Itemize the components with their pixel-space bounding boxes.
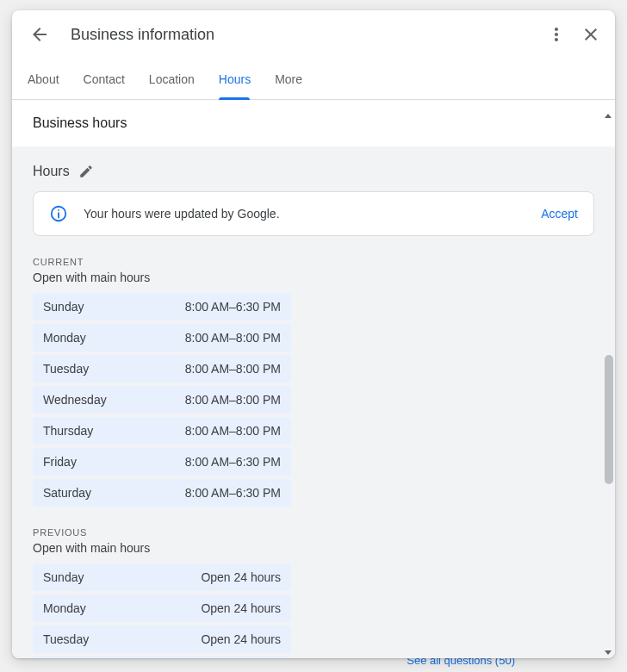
tab-about[interactable]: About: [28, 59, 59, 100]
close-icon: [580, 24, 601, 45]
day-label: Sunday: [43, 300, 84, 314]
tab-hours[interactable]: Hours: [219, 59, 251, 100]
svg-point-2: [58, 209, 59, 211]
hours-row: Tuesday8:00 AM–8:00 PM: [33, 355, 291, 383]
hours-value: 8:00 AM–6:30 PM: [185, 455, 281, 469]
section-title: Business hours: [12, 100, 615, 146]
scrollbar-thumb[interactable]: [605, 355, 613, 484]
hours-row: Wednesday8:00 AM–8:00 PM: [33, 386, 291, 414]
group-label: PREVIOUS: [33, 527, 594, 538]
arrow-back-icon: [29, 24, 50, 45]
scroll-up-arrow[interactable]: [605, 114, 611, 118]
hours-value: Open 24 hours: [201, 570, 281, 584]
hours-row: Friday8:00 AM–6:30 PM: [33, 448, 291, 476]
hours-row: Saturday8:00 AM–6:30 PM: [33, 479, 291, 507]
hours-value: 8:00 AM–8:00 PM: [185, 424, 281, 438]
day-label: Tuesday: [43, 632, 89, 646]
hours-heading: Hours: [33, 146, 594, 191]
day-label: Wednesday: [43, 393, 107, 407]
dialog-header: Business information: [12, 10, 615, 59]
hours-table: Sunday8:00 AM–6:30 PMMonday8:00 AM–8:00 …: [33, 293, 291, 507]
hours-row: Sunday8:00 AM–6:30 PM: [33, 293, 291, 320]
scroll-area[interactable]: Business hours Hours Your hours were upd…: [12, 100, 615, 658]
hours-value: Open 24 hours: [201, 632, 281, 646]
group-label: CURRENT: [33, 257, 594, 267]
hours-row: WednesdayOpen 24 hours: [33, 656, 291, 658]
notice-message: Your hours were updated by Google.: [84, 207, 525, 221]
dialog-title: Business information: [71, 26, 539, 44]
back-button[interactable]: [22, 17, 57, 52]
hours-value: 8:00 AM–6:30 PM: [185, 486, 281, 500]
hours-table: SundayOpen 24 hoursMondayOpen 24 hoursTu…: [33, 563, 291, 658]
pencil-icon: [78, 164, 94, 179]
more-vert-icon: [546, 24, 567, 45]
hours-row: Monday8:00 AM–8:00 PM: [33, 324, 291, 352]
day-label: Friday: [43, 455, 77, 469]
scroll-down-arrow[interactable]: [605, 650, 611, 655]
day-label: Monday: [43, 331, 86, 345]
hours-row: MondayOpen 24 hours: [33, 594, 291, 622]
hours-row: Thursday8:00 AM–8:00 PM: [33, 417, 291, 445]
accept-button[interactable]: Accept: [541, 207, 578, 221]
close-button[interactable]: [574, 17, 608, 52]
tabs-bar: AboutContactLocationHoursMore: [12, 59, 615, 100]
group-subtitle: Open with main hours: [33, 271, 594, 284]
tab-contact[interactable]: Contact: [84, 59, 125, 100]
hours-value: Open 24 hours: [201, 601, 281, 615]
info-icon: [49, 204, 68, 223]
hours-row: SundayOpen 24 hours: [33, 563, 291, 591]
hours-heading-text: Hours: [33, 164, 70, 179]
day-label: Sunday: [43, 570, 84, 584]
day-label: Thursday: [43, 424, 93, 438]
edit-hours-button[interactable]: [78, 164, 94, 179]
day-label: Saturday: [43, 486, 91, 500]
group-subtitle: Open with main hours: [33, 541, 594, 555]
tab-more[interactable]: More: [275, 59, 302, 100]
more-options-button[interactable]: [539, 17, 574, 52]
hours-value: 8:00 AM–8:00 PM: [185, 331, 281, 345]
tab-location[interactable]: Location: [149, 59, 195, 100]
day-label: Monday: [43, 601, 86, 615]
hours-value: 8:00 AM–8:00 PM: [185, 362, 281, 376]
day-label: Tuesday: [43, 362, 89, 376]
hours-row: TuesdayOpen 24 hours: [33, 625, 291, 653]
hours-value: 8:00 AM–6:30 PM: [185, 300, 281, 314]
hours-value: 8:00 AM–8:00 PM: [185, 393, 281, 407]
business-info-dialog: Business information AboutContactLocatio…: [12, 10, 615, 658]
update-notice: Your hours were updated by Google. Accep…: [33, 191, 594, 236]
